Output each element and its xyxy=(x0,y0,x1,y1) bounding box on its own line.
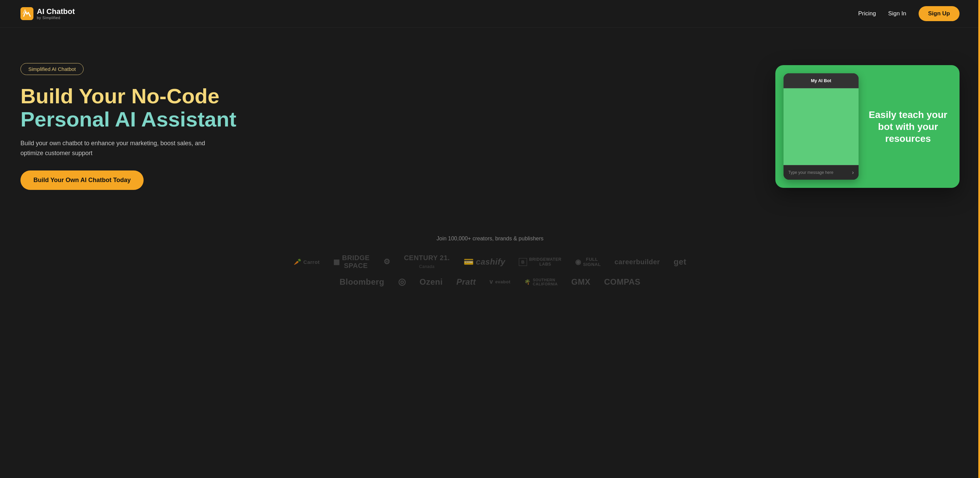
brand-cashify: 💳 cashify xyxy=(464,257,506,267)
send-icon[interactable]: › xyxy=(852,170,854,176)
phone-input-placeholder[interactable]: Type your message here xyxy=(788,170,833,175)
brand-bloomberg: Bloomberg xyxy=(339,277,384,287)
brand-southern-california: 🌴 SOUTHERNCALIFORNIA xyxy=(524,278,558,286)
hero-title-line1: Build Your No-Code xyxy=(21,84,236,108)
brands-section: Join 100,000+ creators, brands & publish… xyxy=(0,219,980,314)
brand-get: get xyxy=(674,257,687,267)
hero-section: Simplified AI Chatbot Build Your No-Code… xyxy=(0,28,980,219)
phone-header: My AI Bot xyxy=(784,73,859,88)
right-accent-bar xyxy=(978,0,980,478)
hero-card-tagline: Easily teach your bot with your resource… xyxy=(865,109,951,145)
signin-button[interactable]: Sign In xyxy=(888,10,906,17)
gear-icon: ⚙ xyxy=(383,257,391,266)
hero-right: My AI Bot Type your message here › Easil… xyxy=(775,65,959,188)
phone-body xyxy=(784,88,859,165)
pricing-link[interactable]: Pricing xyxy=(858,10,876,17)
brand-compas: COMPAS xyxy=(604,277,641,287)
logo-title: AI Chatbot xyxy=(37,8,75,16)
carrot-icon: 🥕 xyxy=(294,258,302,265)
cta-button[interactable]: Build Your Own AI Chatbot Today xyxy=(21,170,143,190)
full-signal-icon: ◉ xyxy=(575,258,581,266)
brand-carrot: 🥕 Carrot xyxy=(294,258,320,265)
chatbot-phone-mockup: My AI Bot Type your message here › xyxy=(784,73,859,179)
hero-card: My AI Bot Type your message here › Easil… xyxy=(775,65,959,188)
brands-row-2: Bloomberg ◎ Ozeni Pratt v evabot 🌴 SOUTH… xyxy=(21,276,959,287)
phone-footer: Type your message here › xyxy=(784,165,859,179)
brand-bridgewater: B BRIDGEWATERLABS xyxy=(519,257,562,267)
southern-ca-icon: 🌴 xyxy=(524,279,531,285)
logo[interactable]: AI Chatbot by Simplified xyxy=(21,7,75,20)
logo-subtitle: by Simplified xyxy=(37,16,75,20)
brands-row-1: 🥕 Carrot ▦ BRIDGESPACE ⚙ CENTURY 21.Cana… xyxy=(21,254,959,270)
brand-gmx: GMX xyxy=(571,277,590,287)
signup-button[interactable]: Sign Up xyxy=(919,6,959,21)
cashify-icon: 💳 xyxy=(464,257,474,267)
hero-badge: Simplified AI Chatbot xyxy=(21,63,84,75)
brand-bridge-space: ▦ BRIDGESPACE xyxy=(333,254,369,270)
brand-evabot: v evabot xyxy=(490,278,510,285)
navbar: AI Chatbot by Simplified Pricing Sign In… xyxy=(0,0,980,28)
logo-icon xyxy=(21,7,33,20)
brand-pratt: Pratt xyxy=(457,277,476,287)
nav-links: Pricing Sign In Sign Up xyxy=(858,6,959,21)
hero-title: Build Your No-Code Personal AI Assistant xyxy=(21,84,236,131)
brand-ozeni: Ozeni xyxy=(420,277,443,287)
hero-left: Simplified AI Chatbot Build Your No-Code… xyxy=(21,63,236,190)
brand-bmw: ◎ xyxy=(398,276,406,287)
bmw-icon: ◎ xyxy=(398,276,406,287)
brand-full-signal: ◉ FULLSIGNAL xyxy=(575,257,601,267)
brand-unknown1: ⚙ xyxy=(383,257,391,266)
hero-title-line2: Personal AI Assistant xyxy=(21,108,236,131)
bridgewater-icon: B xyxy=(519,258,527,266)
phone-title: My AI Bot xyxy=(811,78,831,83)
logo-text: AI Chatbot by Simplified xyxy=(37,8,75,20)
hero-card-text: Easily teach your bot with your resource… xyxy=(865,73,951,179)
hero-description: Build your own chatbot to enhance your m… xyxy=(21,138,212,158)
brand-careerbuilder: careerbuilder xyxy=(614,258,660,266)
brand-century21: CENTURY 21.Canada xyxy=(404,254,450,270)
evabot-icon: v xyxy=(490,278,493,285)
brands-subtitle: Join 100,000+ creators, brands & publish… xyxy=(21,236,959,242)
bridge-space-icon: ▦ xyxy=(333,258,340,266)
